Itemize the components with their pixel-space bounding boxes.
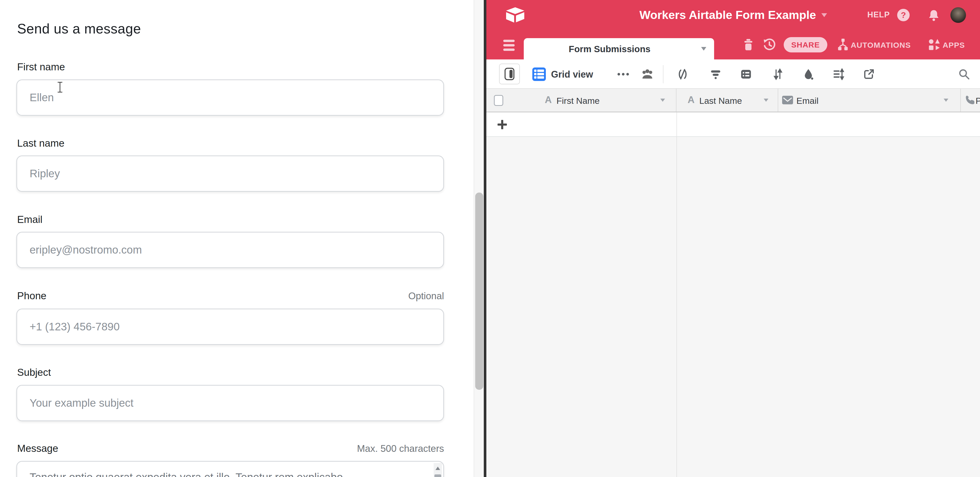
page-scrollbar-track[interactable]: [474, 0, 484, 477]
grid-view-icon[interactable]: [532, 68, 546, 81]
collaborators-icon[interactable]: [641, 68, 653, 80]
scroll-up-arrow-icon[interactable]: [436, 467, 440, 470]
user-avatar[interactable]: [950, 7, 966, 23]
message-scrollbar-thumb[interactable]: [434, 474, 441, 477]
form-title: Send us a message: [17, 21, 141, 36]
view-toolbar: Grid view: [486, 59, 980, 89]
chevron-down-icon[interactable]: [764, 98, 768, 102]
select-all-checkbox[interactable]: [494, 95, 503, 106]
subject-label: Subject: [17, 367, 51, 378]
column-header-phone[interactable]: Phone: [961, 89, 980, 112]
view-name[interactable]: Grid view: [551, 69, 593, 80]
message-textarea[interactable]: Tenetur optio quaerat expedita vera et i…: [16, 461, 444, 477]
toolbar-divider: [663, 65, 663, 83]
column-header-last-name[interactable]: A Last Name: [676, 89, 778, 112]
envelope-icon: [782, 96, 793, 104]
automations-icon[interactable]: [837, 38, 849, 51]
text-cursor-pointer: [57, 82, 64, 93]
automations-button[interactable]: AUTOMATIONS: [851, 41, 911, 49]
column-divider: [676, 113, 677, 136]
column-divider: [676, 137, 677, 477]
sort-icon[interactable]: [772, 68, 784, 80]
table-tab-label: Form Submissions: [569, 44, 651, 54]
column-header-first-name[interactable]: A First Name: [486, 89, 676, 112]
message-max-chars-hint: Max. 500 characters: [16, 443, 444, 454]
chevron-down-icon[interactable]: [943, 98, 948, 102]
grid-header-row: A First Name A Last Name Email Phone: [486, 89, 980, 113]
help-circle-icon[interactable]: ?: [897, 9, 910, 21]
last-name-input[interactable]: [16, 155, 444, 192]
subject-input[interactable]: [16, 385, 444, 421]
message-text: Tenetur optio quaerat expedita vera et i…: [30, 471, 419, 477]
add-record-icon[interactable]: [498, 120, 507, 129]
first-name-input[interactable]: [16, 79, 444, 116]
add-record-row[interactable]: [486, 113, 980, 137]
share-view-icon[interactable]: [863, 68, 875, 80]
page-scrollbar-thumb[interactable]: [475, 193, 483, 390]
tab-form-submissions[interactable]: Form Submissions: [524, 38, 714, 59]
apps-icon[interactable]: [928, 38, 940, 51]
contact-form-panel: Send us a message First name Last name E…: [0, 0, 474, 477]
more-options-icon[interactable]: [617, 73, 620, 76]
text-field-icon: A: [545, 95, 552, 105]
trash-icon[interactable]: [742, 38, 755, 51]
chevron-down-icon: [821, 13, 827, 17]
email-input[interactable]: [16, 232, 444, 268]
first-name-label: First name: [17, 61, 65, 73]
phone-icon: [965, 95, 975, 105]
sidebar-toggle-icon: [504, 67, 515, 81]
help-button[interactable]: HELP: [867, 10, 890, 19]
grid-empty-area: [486, 137, 980, 477]
chevron-down-icon[interactable]: [660, 98, 665, 102]
row-height-icon[interactable]: [832, 68, 845, 80]
group-icon[interactable]: [740, 68, 752, 80]
share-button[interactable]: SHARE: [784, 37, 827, 52]
view-sidebar-toggle-button[interactable]: [499, 63, 520, 84]
airtable-window: Workers Airtable Form Example HELP ? For…: [486, 0, 980, 477]
apps-button[interactable]: APPS: [943, 41, 965, 49]
email-label: Email: [17, 214, 43, 225]
message-scrollbar[interactable]: [434, 463, 442, 477]
search-icon[interactable]: [958, 68, 970, 80]
chevron-down-icon: [701, 47, 706, 51]
notifications-bell-icon[interactable]: [928, 10, 940, 21]
hide-fields-icon[interactable]: [677, 68, 689, 80]
phone-optional-hint: Optional: [16, 291, 444, 301]
last-name-label: Last name: [17, 138, 64, 149]
color-fill-icon[interactable]: [802, 68, 815, 80]
window-divider: [484, 0, 486, 477]
history-icon[interactable]: [763, 38, 776, 51]
base-title: Workers Airtable Form Example: [639, 8, 816, 22]
text-field-icon: A: [687, 95, 695, 105]
column-header-email[interactable]: Email: [778, 89, 961, 112]
table-tabs-bar: Form Submissions SHARE: [486, 30, 980, 59]
airtable-topbar: Workers Airtable Form Example HELP ?: [486, 0, 980, 30]
phone-input[interactable]: [16, 309, 444, 345]
hamburger-menu-icon[interactable]: [503, 40, 515, 51]
filter-icon[interactable]: [710, 68, 722, 80]
